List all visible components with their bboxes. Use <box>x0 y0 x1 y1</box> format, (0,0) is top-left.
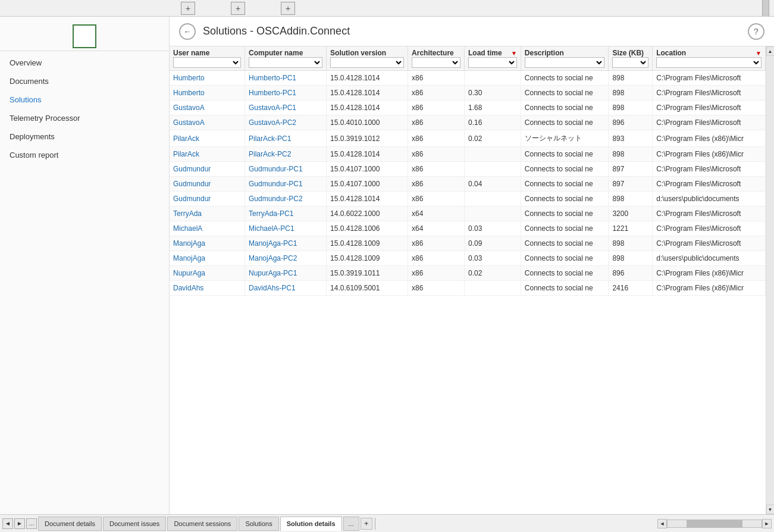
table-cell[interactable]: Humberto-PC1 <box>245 71 327 86</box>
col-size: Size (KB) <box>609 46 653 71</box>
sidebar-item-documents[interactable]: Documents <box>0 72 169 90</box>
back-button[interactable]: ← <box>179 23 196 40</box>
hscroll-left[interactable]: ◄ <box>657 519 667 528</box>
table-cell[interactable]: PilarAck <box>170 147 245 162</box>
table-cell[interactable]: Gudmundur-PC1 <box>245 177 327 192</box>
table-cell: 898 <box>609 86 653 101</box>
table-row[interactable]: MichaelAMichaelA-PC115.0.4128.1006x640.0… <box>170 221 766 236</box>
help-button[interactable]: ? <box>748 23 764 40</box>
table-container[interactable]: User name Computer name <box>170 46 766 514</box>
filter-computer[interactable] <box>249 57 322 68</box>
table-cell: 15.0.4128.1014 <box>327 192 408 206</box>
table-row[interactable]: TerryAdaTerryAda-PC114.0.6022.1000x64Con… <box>170 206 766 221</box>
sidebar-item-telemetry[interactable]: Telemetry Processor <box>0 109 169 127</box>
hscroll-track[interactable] <box>667 520 762 528</box>
tab-nav-more[interactable]: … <box>26 518 37 529</box>
table-cell: Connects to social ne <box>521 266 609 281</box>
table-cell[interactable]: PilarAck-PC1 <box>245 130 327 147</box>
table-cell: 0.09 <box>464 236 521 251</box>
tab-document-details[interactable]: Document details <box>38 517 102 531</box>
filter-arch[interactable] <box>412 57 460 68</box>
table-row[interactable]: GudmundurGudmundur-PC115.0.4107.1000x860… <box>170 177 766 192</box>
tab-nav-prev[interactable]: ► <box>14 518 25 529</box>
table-row[interactable]: GudmundurGudmundur-PC115.0.4107.1000x86C… <box>170 162 766 177</box>
table-cell <box>464 281 521 296</box>
table-cell[interactable]: PilarAck <box>170 130 245 147</box>
table-cell[interactable]: Gudmundur-PC2 <box>245 192 327 206</box>
tab-nav-prev-prev[interactable]: ◄ <box>2 518 13 529</box>
sidebar-item-overview[interactable]: Overview <box>0 54 169 72</box>
table-cell[interactable]: NupurAga-PC1 <box>245 266 327 281</box>
col-computer: Computer name <box>245 46 327 71</box>
table-cell[interactable]: GustavoA <box>170 115 245 130</box>
table-cell[interactable]: Gudmundur <box>170 177 245 192</box>
table-cell[interactable]: ManojAga <box>170 236 245 251</box>
scroll-track[interactable] <box>766 56 775 505</box>
table-cell[interactable]: ManojAga-PC2 <box>245 251 327 266</box>
table-cell: C:\Program Files (x86)\Micr <box>653 147 766 162</box>
table-cell: 15.0.3919.1012 <box>327 130 408 147</box>
table-cell[interactable]: DavidAhs-PC1 <box>245 281 327 296</box>
filter-size[interactable] <box>612 57 648 68</box>
table-cell[interactable]: Gudmundur <box>170 192 245 206</box>
scroll-up-arrow[interactable]: ▲ <box>766 46 775 56</box>
table-cell: Connects to social ne <box>521 236 609 251</box>
tab-document-issues[interactable]: Document issues <box>103 517 166 531</box>
table-cell[interactable]: Humberto <box>170 86 245 101</box>
table-cell[interactable]: MichaelA <box>170 221 245 236</box>
scroll-down-arrow[interactable]: ▼ <box>766 505 775 514</box>
table-cell[interactable]: ManojAga <box>170 251 245 266</box>
table-row[interactable]: ManojAgaManojAga-PC115.0.4128.1009x860.0… <box>170 236 766 251</box>
table-row[interactable]: DavidAhsDavidAhs-PC114.0.6109.5001x86Con… <box>170 281 766 296</box>
table-cell[interactable]: GustavoA-PC2 <box>245 115 327 130</box>
table-cell[interactable]: NupurAga <box>170 266 245 281</box>
tab-solution-details[interactable]: Solution details <box>280 517 342 531</box>
col-username: User name <box>170 46 245 71</box>
filter-description[interactable] <box>525 57 605 68</box>
tab-document-sessions[interactable]: Document sessions <box>167 517 237 531</box>
col-location: Location▼ <box>653 46 766 71</box>
vertical-scrollbar[interactable]: ▲ ▼ <box>766 46 774 514</box>
table-cell[interactable]: TerryAda <box>170 206 245 221</box>
tab-more-button[interactable]: ... <box>343 517 359 531</box>
sidebar-item-custom-report[interactable]: Custom report <box>0 146 169 164</box>
table-row[interactable]: PilarAckPilarAck-PC215.0.4128.1014x86Con… <box>170 147 766 162</box>
sidebar-item-solutions[interactable]: Solutions <box>0 90 169 109</box>
table-cell: 15.0.4128.1014 <box>327 86 408 101</box>
hscroll-right[interactable]: ► <box>762 519 772 528</box>
top-tab-add-3[interactable]: + <box>281 2 295 15</box>
table-cell: Connects to social ne <box>521 281 609 296</box>
table-row[interactable]: HumbertoHumberto-PC115.0.4128.1014x860.3… <box>170 86 766 101</box>
filter-username[interactable] <box>173 57 241 68</box>
table-row[interactable]: NupurAgaNupurAga-PC115.0.3919.1011x860.0… <box>170 266 766 281</box>
table-row[interactable]: GudmundurGudmundur-PC215.0.4128.1014x86C… <box>170 192 766 206</box>
filter-version[interactable] <box>330 57 404 68</box>
tab-add-button[interactable]: + <box>361 518 372 530</box>
top-tab-add-1[interactable]: + <box>181 2 195 15</box>
table-cell[interactable]: GustavoA-PC1 <box>245 101 327 115</box>
table-cell: x86 <box>408 192 465 206</box>
table-cell[interactable]: Gudmundur <box>170 162 245 177</box>
table-cell[interactable]: GustavoA <box>170 101 245 115</box>
table-cell: 15.0.4128.1009 <box>327 251 408 266</box>
table-cell[interactable]: Gudmundur-PC1 <box>245 162 327 177</box>
top-tab-add-2[interactable]: + <box>231 2 245 15</box>
tab-solutions[interactable]: Solutions <box>239 517 278 531</box>
sidebar-item-deployments[interactable]: Deployments <box>0 127 169 146</box>
table-row[interactable]: ManojAgaManojAga-PC215.0.4128.1009x860.0… <box>170 251 766 266</box>
table-cell[interactable]: DavidAhs <box>170 281 245 296</box>
table-cell: 0.16 <box>464 115 521 130</box>
table-cell[interactable]: TerryAda-PC1 <box>245 206 327 221</box>
table-row[interactable]: HumbertoHumberto-PC115.0.4128.1014x86Con… <box>170 71 766 86</box>
table-row[interactable]: PilarAckPilarAck-PC115.0.3919.1012x860.0… <box>170 130 766 147</box>
table-cell[interactable]: ManojAga-PC1 <box>245 236 327 251</box>
table-row[interactable]: GustavoAGustavoA-PC115.0.4128.1014x861.6… <box>170 101 766 115</box>
table-row[interactable]: GustavoAGustavoA-PC215.0.4010.1000x860.1… <box>170 115 766 130</box>
table-cell[interactable]: PilarAck-PC2 <box>245 147 327 162</box>
table-cell[interactable]: Humberto <box>170 71 245 86</box>
filter-location[interactable] <box>656 57 762 68</box>
filter-loadtime[interactable] <box>468 57 517 68</box>
table-cell: d:\users\public\documents <box>653 192 766 206</box>
table-cell[interactable]: MichaelA-PC1 <box>245 221 327 236</box>
table-cell[interactable]: Humberto-PC1 <box>245 86 327 101</box>
